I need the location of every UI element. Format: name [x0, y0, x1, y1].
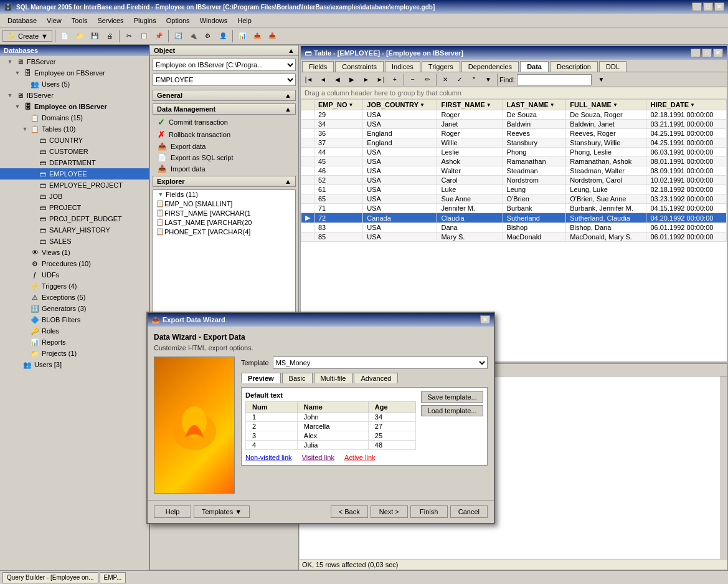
sidebar-item-exceptions[interactable]: ⚠ Exceptions (5) [0, 292, 149, 303]
db-select[interactable]: Employee on IBServer [C:\Progra... [153, 59, 296, 71]
tb-import[interactable]: 📥 [265, 29, 279, 43]
explorer-fields-item[interactable]: ▼ Fields (11) [153, 190, 295, 199]
nav-delete[interactable]: − [406, 73, 420, 87]
minimize-button[interactable]: _ [692, 2, 702, 11]
sidebar-item-procedures[interactable]: ⚙ Procedures (10) [0, 258, 149, 269]
cancel-button[interactable]: Cancel [450, 505, 488, 518]
sidebar-item-tables[interactable]: ▼ 📋 Tables (10) [0, 123, 149, 135]
table-row[interactable]: 46 USA Walter Steadman Steadman, Walter … [301, 166, 727, 176]
object-section-header[interactable]: Object ▲ [150, 45, 298, 56]
tb-users[interactable]: 👤 [216, 29, 230, 43]
link-visited[interactable]: Visited link [302, 454, 334, 461]
nav-filter[interactable]: ▼ [481, 73, 495, 87]
dialog-tab-preview[interactable]: Preview [241, 373, 281, 383]
tb-refresh[interactable]: 🔄 [171, 29, 185, 43]
export-sql-action[interactable]: 📄 Export as SQL script [153, 152, 296, 163]
sidebar-item-domains[interactable]: 📋 Domains (15) [0, 112, 149, 123]
table-row[interactable]: ▶ 72 Canada Claudia Sutherland Sutherlan… [301, 213, 727, 223]
sidebar-item-ibserver[interactable]: ▼ 🖥 IBServer [0, 90, 149, 101]
tb-save[interactable]: 💾 [88, 29, 102, 43]
save-template-btn[interactable]: Save template... [421, 391, 483, 403]
find-input[interactable] [517, 74, 592, 85]
tb-copy[interactable]: 📋 [137, 29, 151, 43]
general-section-header[interactable]: General ▲ [153, 90, 296, 101]
col-header-emp-no[interactable]: EMP_NO ▼ [314, 100, 363, 110]
table-select[interactable]: EMPLOYEE [153, 74, 296, 86]
table-row[interactable]: 65 USA Sue Anne O'Brien O'Brien, Sue Ann… [301, 194, 727, 204]
tab-fields[interactable]: Fields [302, 61, 334, 72]
sidebar-item-triggers[interactable]: ⚡ Triggers (4) [0, 280, 149, 292]
finish-button[interactable]: Finish [410, 505, 448, 518]
table-row[interactable]: 83 USA Dana Bishop Bishop, Dana 06.01.19… [301, 223, 727, 232]
sidebar-item-table-pdb[interactable]: 🗃 PROJ_DEPT_BUDGET [0, 213, 149, 224]
sidebar-item-projects[interactable]: 📁 Projects (1) [0, 348, 149, 359]
sidebar-item-udfs[interactable]: ƒ UDFs [0, 269, 149, 280]
explorer-section-header[interactable]: Explorer ▲ [153, 176, 296, 187]
tab-indices[interactable]: Indices [385, 61, 420, 72]
template-select[interactable]: MS_Money Default Classic Modern [273, 357, 488, 369]
table-row[interactable]: 61 USA Luke Leung Leung, Luke 02.18.1992… [301, 185, 727, 194]
tab-description[interactable]: Description [550, 61, 598, 72]
sidebar-item-users-ib[interactable]: 👥 Users [3] [0, 359, 149, 370]
nav-refresh[interactable]: * [467, 73, 481, 87]
help-button[interactable]: Help [154, 505, 191, 518]
tab-data[interactable]: Data [520, 61, 549, 72]
nav-prev[interactable]: ◄ [316, 73, 330, 87]
menu-plugins[interactable]: Plugins [129, 16, 161, 26]
explorer-first-name[interactable]: 📋 FIRST_NAME [VARCHAR(1 [153, 208, 295, 218]
menu-database[interactable]: Database [2, 16, 42, 26]
tab-triggers[interactable]: Triggers [422, 61, 460, 72]
explorer-last-name[interactable]: 📋 LAST_NAME [VARCHAR(20 [153, 218, 295, 227]
tb-new[interactable]: 📄 [58, 29, 72, 43]
sidebar-item-employee-fbserver[interactable]: ▼ 🗄 Employee on FBServer [0, 67, 149, 79]
table-row[interactable]: 44 USA Leslie Phong Phong, Leslie 06.03.… [301, 148, 727, 157]
col-header-full-name[interactable]: FULL_NAME ▼ [566, 100, 646, 110]
dialog-tab-multifile[interactable]: Multi-file [314, 373, 353, 383]
query-scrollbar[interactable] [720, 376, 727, 559]
tb-query[interactable]: 📊 [235, 29, 249, 43]
col-header-last-name[interactable]: LAST_NAME ▼ [503, 100, 566, 110]
sidebar-item-employee-ibserver[interactable]: ▼ 🗄 Employee on IBServer [0, 101, 149, 112]
sidebar-item-table-department[interactable]: 🗃 DEPARTMENT [0, 157, 149, 168]
col-header-hire-date[interactable]: HIRE_DATE ▼ [646, 100, 727, 110]
menu-services[interactable]: Services [92, 16, 128, 26]
tb-cut[interactable]: ✂ [122, 29, 136, 43]
taskbar-item-query-builder[interactable]: Query Builder - [Employee on... [2, 572, 98, 583]
table-row[interactable]: 34 USA Janet Baldwin Baldwin, Janet 03.2… [301, 120, 727, 129]
sidebar-item-table-emp-proj[interactable]: 🗃 EMPLOYEE_PROJECT [0, 180, 149, 191]
explorer-phone-ext[interactable]: 📋 PHONE_EXT [VARCHAR(4] [153, 227, 295, 236]
nav-add[interactable]: + [388, 73, 402, 87]
create-button[interactable]: ✨ Create ▼ [2, 30, 52, 42]
table-row[interactable]: 85 USA Mary S. MacDonald MacDonald, Mary… [301, 232, 727, 242]
nav-first[interactable]: |◄ [302, 73, 316, 87]
sidebar-item-views[interactable]: 👁 Views (1) [0, 247, 149, 258]
dialog-tab-basic[interactable]: Basic [282, 373, 313, 383]
col-header-job-country[interactable]: JOB_COUNTRY ▼ [363, 100, 437, 110]
table-row[interactable]: 45 USA Ashok Ramanathan Ramanathan, Asho… [301, 157, 727, 166]
col-header-first-name[interactable]: FIRST_NAME ▼ [437, 100, 503, 110]
templates-button[interactable]: Templates ▼ [194, 505, 250, 518]
link-nonvisited[interactable]: Non-visited link [245, 454, 292, 461]
table-row[interactable]: 52 USA Carol Nordstrom Nordstrom, Carol … [301, 176, 727, 185]
sidebar-item-table-customer[interactable]: 🗃 CUSTOMER [0, 146, 149, 157]
nav-last[interactable]: ►| [374, 73, 387, 87]
tb-open[interactable]: 📁 [73, 29, 87, 43]
explorer-emp-no[interactable]: 📋 EMP_NO [SMALLINT] [153, 199, 295, 208]
menu-view[interactable]: View [42, 16, 67, 26]
menu-help[interactable]: Help [232, 16, 257, 26]
tab-constraints[interactable]: Constraints [335, 61, 384, 72]
find-btn[interactable]: ▼ [594, 73, 608, 87]
nav-post[interactable]: ✓ [453, 73, 466, 87]
tb-connect[interactable]: 🔌 [186, 29, 200, 43]
tb-paste[interactable]: 📌 [152, 29, 166, 43]
sidebar-item-table-country[interactable]: 🗃 COUNTRY [0, 135, 149, 146]
load-template-btn[interactable]: Load template... [421, 405, 483, 416]
rollback-transaction-action[interactable]: ✗ Rollback transaction [153, 128, 296, 141]
sidebar-item-table-salary[interactable]: 🗃 SALARY_HISTORY [0, 224, 149, 236]
table-row[interactable]: 37 England Willie Stansbury Stansbury, W… [301, 138, 727, 148]
table-row[interactable]: 71 USA Jennifer M. Burbank Burbank, Jenn… [301, 204, 727, 213]
tb-print[interactable]: 🖨 [103, 29, 116, 43]
link-active[interactable]: Active link [344, 454, 376, 461]
datamgmt-section-header[interactable]: Data Management ▲ [153, 103, 296, 115]
nav-next2[interactable]: ► [359, 73, 373, 87]
